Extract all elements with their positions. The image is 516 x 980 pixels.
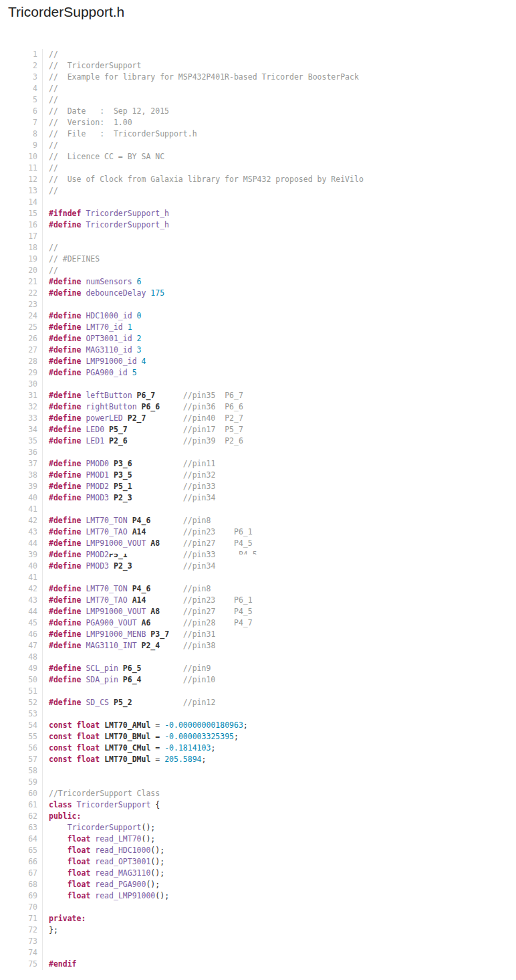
code-text: #define SCL_pin P6_5 //pin9 bbox=[43, 663, 516, 674]
code-text: // Version: 1.00 bbox=[43, 117, 516, 128]
code-line-glitch: 39#define PMOD2P5_1 '· //pin33 P4_5 bbox=[0, 549, 516, 561]
code-text bbox=[43, 708, 516, 720]
line-number: 15 bbox=[0, 208, 43, 219]
code-line: 19// #DEFINES bbox=[0, 254, 516, 265]
code-text: #define LMP91000_MENB P3_7 //pin31 bbox=[43, 629, 516, 640]
line-number: 32 bbox=[0, 401, 43, 413]
line-number: 19 bbox=[0, 254, 43, 265]
code-line: 15#ifndef TricorderSupport_h bbox=[0, 208, 516, 219]
code-text: #define PMOD3 P2_3 //pin34 bbox=[43, 492, 516, 504]
code-line: 11// bbox=[0, 163, 516, 174]
code-text: #define PMOD3 P2_3 //pin34 bbox=[43, 561, 516, 572]
code-line: 48 bbox=[0, 652, 516, 663]
code-line: 36 bbox=[0, 447, 516, 458]
line-number: 42 bbox=[0, 583, 43, 595]
line-number: 64 bbox=[0, 834, 43, 845]
line-number: 68 bbox=[0, 879, 43, 890]
code-line: 21#define numSensors 6 bbox=[0, 276, 516, 288]
code-line: 44#define LMP91000_VOUT A8 //pin27 P4_5 bbox=[0, 538, 516, 549]
line-number: 44 bbox=[0, 606, 43, 617]
code-line: 13// bbox=[0, 185, 516, 197]
line-number: 5 bbox=[0, 94, 43, 106]
line-number: 37 bbox=[0, 458, 43, 470]
code-line: 43#define LMT70_TAO A14 //pin23 P6_1 bbox=[0, 526, 516, 538]
line-number: 47 bbox=[0, 640, 43, 652]
code-text: float read_LMT70(); bbox=[43, 834, 516, 845]
code-text bbox=[43, 231, 516, 242]
code-line: 4// bbox=[0, 83, 516, 94]
code-text: #define leftButton P6_7 //pin35 P6_7 bbox=[43, 390, 516, 401]
page: TricorderSupport.h 1//2// TricorderSuppo… bbox=[0, 0, 516, 980]
code-text: #define LMT70_TAO A14 //pin23 P6_1 bbox=[43, 526, 516, 538]
code-text: #define debounceDelay 175 bbox=[43, 288, 516, 299]
code-text: #define rightButton P6_6 //pin36 P6_6 bbox=[43, 401, 516, 413]
line-number: 36 bbox=[0, 447, 43, 458]
code-text: const float LMT70_CMul = -0.1814103; bbox=[43, 743, 516, 754]
line-number: 24 bbox=[0, 310, 43, 322]
code-text: #define OPT3001_id 2 bbox=[43, 333, 516, 345]
code-line: 66 float read_OPT3001(); bbox=[0, 856, 516, 868]
line-number: 8 bbox=[0, 128, 43, 140]
code-text: // TricorderSupport bbox=[43, 60, 516, 72]
code-line: 37#define PMOD0 P3_6 //pin11 bbox=[0, 458, 516, 470]
code-text: // bbox=[43, 94, 516, 106]
code-text bbox=[43, 652, 516, 663]
line-number: 12 bbox=[0, 174, 43, 185]
code-line: 14 bbox=[0, 197, 516, 208]
line-number: 69 bbox=[0, 890, 43, 902]
code-line: 47#define MAG3110_INT P2_4 //pin38 bbox=[0, 640, 516, 652]
code-line: 29#define PGA900_id 5 bbox=[0, 367, 516, 379]
line-number: 17 bbox=[0, 231, 43, 242]
code-line: 45#define PGA900_VOUT A6 //pin28 P4_7 bbox=[0, 617, 516, 629]
code-text: #define SD_CS P5_2 //pin12 bbox=[43, 697, 516, 708]
line-number: 30 bbox=[0, 379, 43, 390]
code-line: 34#define LED0 P5_7 //pin17 P5_7 bbox=[0, 424, 516, 435]
code-line: 33#define powerLED P2_7 //pin40 P2_7 bbox=[0, 413, 516, 424]
code-line: 52#define SD_CS P5_2 //pin12 bbox=[0, 697, 516, 708]
line-number: 75 bbox=[0, 959, 43, 970]
code-line: 30 bbox=[0, 379, 516, 390]
code-line: 24#define HDC1000_id 0 bbox=[0, 310, 516, 322]
line-number: 22 bbox=[0, 288, 43, 299]
code-text: // bbox=[43, 163, 516, 174]
code-text bbox=[43, 447, 516, 458]
code-text: // Date : Sep 12, 2015 bbox=[43, 106, 516, 117]
line-number: 63 bbox=[0, 822, 43, 834]
code-line: 58 bbox=[0, 765, 516, 777]
line-number: 50 bbox=[0, 674, 43, 686]
code-line: 41 bbox=[0, 504, 516, 515]
code-line: 3// Example for library for MSP432P401R-… bbox=[0, 72, 516, 83]
code-text: #define LMP91000_id 4 bbox=[43, 356, 516, 367]
code-text: float read_LMP91000(); bbox=[43, 890, 516, 902]
line-number: 73 bbox=[0, 936, 43, 947]
code-line: 72}; bbox=[0, 924, 516, 936]
code-text: #define powerLED P2_7 //pin40 P2_7 bbox=[43, 413, 516, 424]
line-number: 43 bbox=[0, 526, 43, 538]
line-number: 26 bbox=[0, 333, 43, 345]
code-text bbox=[43, 197, 516, 208]
line-number: 21 bbox=[0, 276, 43, 288]
line-number: 58 bbox=[0, 765, 43, 777]
code-line: 69 float read_LMP91000(); bbox=[0, 890, 516, 902]
line-number: 13 bbox=[0, 185, 43, 197]
line-number: 33 bbox=[0, 413, 43, 424]
code-text: #define HDC1000_id 0 bbox=[43, 310, 516, 322]
code-text: #define LED0 P5_7 //pin17 P5_7 bbox=[43, 424, 516, 435]
code-text bbox=[43, 765, 516, 777]
line-number: 44 bbox=[0, 538, 43, 549]
line-number: 61 bbox=[0, 799, 43, 811]
code-line: 22#define debounceDelay 175 bbox=[0, 288, 516, 299]
code-text: }; bbox=[43, 924, 516, 936]
code-line: 62public: bbox=[0, 811, 516, 822]
code-block: 1//2// TricorderSupport3// Example for l… bbox=[0, 49, 516, 970]
code-line: 73 bbox=[0, 936, 516, 947]
code-line: 44#define LMP91000_VOUT A8 //pin27 P4_5 bbox=[0, 606, 516, 617]
line-number: 3 bbox=[0, 72, 43, 83]
code-line: 60//TricorderSupport Class bbox=[0, 788, 516, 799]
line-number: 71 bbox=[0, 913, 43, 924]
code-text bbox=[43, 936, 516, 947]
code-line: 65 float read_HDC1000(); bbox=[0, 845, 516, 856]
line-number: 2 bbox=[0, 60, 43, 72]
line-number: 67 bbox=[0, 868, 43, 879]
code-line: 64 float read_LMT70(); bbox=[0, 834, 516, 845]
